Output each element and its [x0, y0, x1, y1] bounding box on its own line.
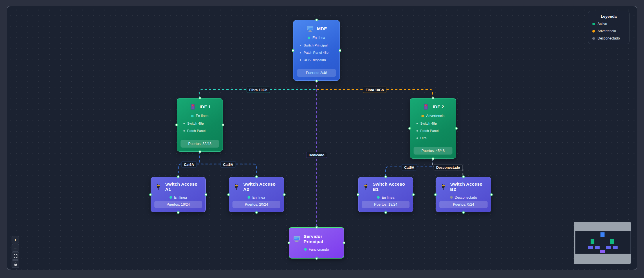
node-status: En línea — [191, 114, 208, 118]
trackball-icon — [189, 103, 197, 111]
connection-handle-top[interactable] — [199, 97, 201, 99]
green-dot-icon — [592, 23, 595, 25]
connection-handle-top[interactable] — [385, 175, 387, 178]
connection-handle-bottom[interactable] — [177, 211, 180, 214]
connection-handle-left[interactable] — [227, 193, 230, 196]
connection-handle-right[interactable] — [205, 193, 207, 196]
node-title: Switch Acceso B2 — [450, 182, 488, 192]
edge-label-idf2-b2[interactable]: Desconectado — [434, 164, 463, 171]
node-status: Funcionando — [304, 247, 329, 252]
plug-icon — [232, 183, 240, 191]
node-title: Switch Acceso B1 — [373, 182, 410, 192]
connection-handle-right[interactable] — [343, 242, 345, 244]
status-dot — [308, 37, 310, 39]
node-title: Servidor Principal — [304, 234, 340, 244]
node-title: Switch Acceso A1 — [165, 182, 202, 192]
connection-handle-bottom[interactable] — [315, 257, 318, 260]
node-switch-a1[interactable]: Switch Acceso A1 En línea Puertos: 16/24 — [151, 177, 206, 212]
fit-view-button[interactable] — [12, 252, 19, 260]
connection-handle-bottom[interactable] — [432, 157, 434, 160]
connection-handle-top[interactable] — [177, 175, 180, 178]
node-title: MDF — [317, 26, 327, 31]
connection-handle-top[interactable] — [432, 97, 434, 99]
node-status: En línea — [377, 196, 394, 200]
ports-badge: Puertos: 45/48 — [414, 147, 452, 155]
connection-handle-right[interactable] — [455, 127, 458, 130]
ports-badge: Puertos: 18/24 — [362, 201, 410, 208]
desktop-computer-icon — [306, 25, 314, 33]
ports-badge: Puertos: 20/24 — [232, 201, 280, 208]
ports-badge: Puertos: 0/24 — [439, 201, 488, 208]
node-status: En línea — [248, 196, 265, 200]
zoom-controls: + − — [12, 236, 19, 268]
connection-handle-right[interactable] — [412, 193, 415, 196]
node-servidor-principal[interactable]: Servidor Principal Funcionando — [289, 227, 344, 259]
node-status: Desconectado — [450, 196, 477, 200]
node-items: Switch Principal Patch Panel 48p UPS Res… — [299, 43, 336, 65]
connection-handle-left[interactable] — [149, 193, 152, 196]
minimap-node-server — [600, 250, 605, 253]
node-title: Switch Acceso A2 — [243, 182, 280, 192]
connection-handle-left[interactable] — [175, 124, 178, 126]
legend-panel: Leyenda Activo Advertencia Desconectado — [588, 11, 629, 44]
connection-handle-bottom[interactable] — [462, 211, 465, 214]
connection-handle-left[interactable] — [292, 49, 294, 52]
connection-handle-left[interactable] — [357, 193, 359, 196]
node-title: IDF 1 — [200, 104, 211, 110]
edge-label-mdf-server[interactable]: Dedicado — [306, 152, 327, 158]
minimap-node-b2 — [613, 246, 618, 249]
edge-label-mdf-idf2[interactable]: Fibra 10Gb — [363, 87, 387, 93]
ports-badge: Puertos: 16/24 — [154, 201, 202, 208]
connection-handle-right[interactable] — [283, 193, 286, 196]
node-switch-b2[interactable]: Switch Acceso B2 Desconectado Puertos: 0… — [436, 177, 491, 212]
node-switch-a2[interactable]: Switch Acceso A2 En línea Puertos: 20/24 — [229, 177, 284, 212]
plug-icon — [362, 183, 370, 191]
node-idf1[interactable]: IDF 1 En línea Switch 48p Patch Panel Pu… — [177, 98, 223, 152]
flow-canvas[interactable]: Fibra 10GbFibra 10GbDedicadoCat6ACat6ACa… — [7, 6, 637, 270]
status-dot — [450, 196, 453, 199]
minimap-node-b1 — [606, 246, 611, 249]
status-dot — [377, 196, 380, 199]
node-items: Switch 48p Patch Panel — [183, 121, 219, 136]
node-items: Switch 48p Patch Panel UPS — [416, 121, 452, 143]
connection-handle-top[interactable] — [315, 19, 318, 21]
node-status: Advertencia — [421, 114, 444, 118]
edge-label-idf2-b1[interactable]: Cat6A — [402, 164, 417, 171]
connection-handle-bottom[interactable] — [385, 211, 387, 214]
status-dot — [304, 248, 307, 251]
connection-handle-top[interactable] — [462, 175, 465, 178]
connection-handle-bottom[interactable] — [255, 211, 258, 214]
connection-handle-right[interactable] — [339, 49, 341, 52]
minimap-viewport[interactable] — [576, 231, 630, 254]
connection-handle-right[interactable] — [490, 193, 493, 196]
minimap-node-a2 — [595, 246, 600, 249]
node-mdf[interactable]: MDF En línea Switch Principal Patch Pane… — [293, 20, 340, 81]
node-idf2[interactable]: IDF 2 Advertencia Switch 48p Patch Panel… — [410, 98, 456, 159]
ports-badge: Puertos: 32/48 — [181, 140, 219, 148]
edge-label-mdf-idf1[interactable]: Fibra 10Gb — [247, 87, 270, 93]
minimap[interactable] — [574, 222, 631, 264]
zoom-out-button[interactable]: − — [12, 244, 19, 252]
orange-dot-icon — [592, 30, 595, 33]
zoom-in-button[interactable]: + — [12, 236, 19, 243]
connection-handle-bottom[interactable] — [315, 80, 318, 82]
legend-item-desconectado: Desconectado — [592, 36, 625, 40]
node-switch-b1[interactable]: Switch Acceso B1 En línea Puertos: 18/24 — [358, 177, 413, 212]
status-dot — [191, 115, 194, 117]
connection-handle-top[interactable] — [315, 226, 318, 229]
status-dot — [421, 115, 424, 117]
connection-handle-left[interactable] — [434, 193, 437, 196]
gray-dot-icon — [592, 37, 595, 40]
connection-handle-bottom[interactable] — [199, 150, 201, 153]
node-status: En línea — [169, 196, 187, 200]
lock-button[interactable] — [12, 260, 19, 268]
edge-label-idf1-a2[interactable]: Cat6A — [221, 162, 236, 168]
connection-handle-left[interactable] — [408, 127, 411, 130]
fit-view-icon — [14, 254, 17, 258]
desktop-computer-icon — [293, 235, 301, 243]
trackball-icon — [422, 103, 430, 111]
edge-label-idf1-a1[interactable]: Cat6A — [181, 162, 197, 168]
connection-handle-left[interactable] — [288, 242, 290, 244]
connection-handle-right[interactable] — [222, 124, 224, 126]
connection-handle-top[interactable] — [255, 175, 258, 178]
